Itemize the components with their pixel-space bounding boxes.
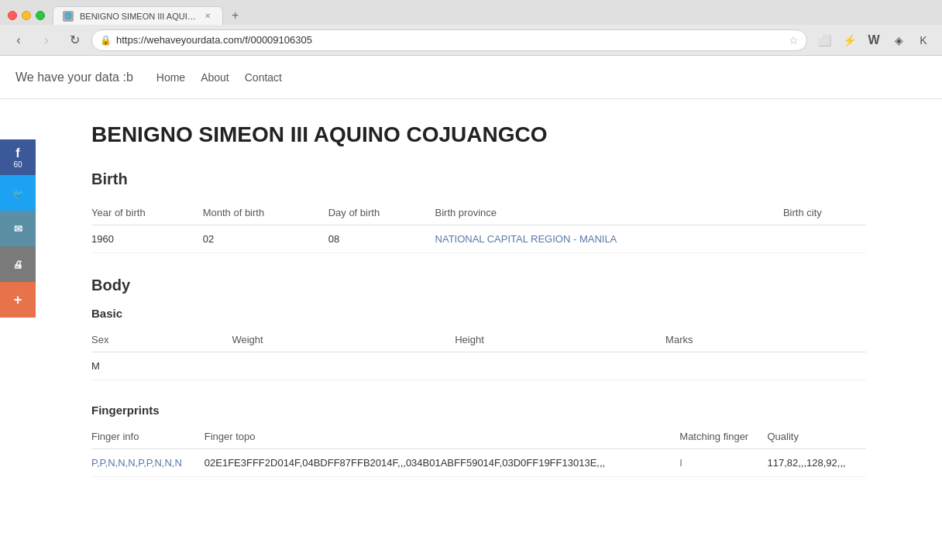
birth-col-month: Month of birth (203, 201, 328, 225)
tab-title: BENIGNO SIMEON III AQUI… (80, 12, 196, 21)
reload-button[interactable]: ↻ (64, 29, 85, 51)
new-tab-button[interactable]: + (226, 6, 245, 25)
forward-button[interactable]: › (36, 29, 57, 51)
body-basic-table: Sex Weight Height Marks M (91, 328, 866, 380)
main-content: BENIGNO SIMEON III AQUINO COJUANGCO Birt… (29, 99, 913, 531)
fingerprints-header: Finger info Finger topo Matching finger … (91, 424, 866, 449)
birth-province[interactable]: NATIONAL CAPITAL REGION - MANILA (435, 225, 783, 253)
birth-table-header: Year of birth Month of birth Day of birt… (91, 201, 866, 225)
col-height: Height (455, 328, 665, 352)
body-height (455, 352, 665, 380)
birth-table: Year of birth Month of birth Day of birt… (91, 201, 866, 253)
lock-icon: 🔒 (100, 35, 112, 46)
birth-year: 1960 (91, 225, 203, 253)
body-section: Body Basic Sex Weight Height Marks (91, 277, 866, 477)
birth-section: Birth Year of birth Month of birth Day o… (91, 170, 866, 253)
col-weight: Weight (232, 328, 455, 352)
site-nav: We have your data :b Home About Contact (0, 56, 942, 99)
col-finger-info: Finger info (91, 424, 205, 449)
birth-month: 02 (203, 225, 328, 253)
address-bar[interactable]: 🔒 https://wehaveyourdata.com/f/000091063… (91, 29, 807, 51)
email-icon: ✉ (14, 223, 22, 235)
browser-toolbar: ‹ › ↻ 🔒 https://wehaveyourdata.com/f/000… (0, 25, 942, 56)
birth-col-province: Birth province (435, 201, 783, 225)
birth-section-title: Birth (91, 170, 866, 188)
table-row: P,P,N,N,N,P,P,N,N,N 02E1FE3FFF2D014F,04B… (91, 449, 866, 477)
add-icon: + (14, 292, 22, 308)
pocket-icon[interactable]: ◈ (888, 29, 909, 51)
email-share-button[interactable]: ✉ (0, 211, 36, 246)
bookmark-icon[interactable]: ☆ (789, 34, 799, 46)
facebook-share-button[interactable]: f 60 (0, 139, 36, 175)
browser-titlebar: 🌐 BENIGNO SIMEON III AQUI… ✕ + (0, 0, 942, 25)
add-share-button[interactable]: + (0, 282, 36, 318)
nav-home[interactable]: Home (156, 68, 185, 87)
nav-about[interactable]: About (201, 68, 229, 87)
active-tab[interactable]: 🌐 BENIGNO SIMEON III AQUI… ✕ (53, 6, 223, 25)
twitter-icon: 🐦 (12, 187, 24, 199)
page-wrapper: f 60 🐦 ✉ 🖨 + We have your data :b Home A… (0, 56, 942, 560)
col-matching-finger: Matching finger (679, 424, 767, 449)
birth-col-city: Birth city (783, 201, 866, 225)
body-basic-header: Sex Weight Height Marks (91, 328, 866, 352)
nav-contact[interactable]: Contact (245, 68, 282, 87)
back-button[interactable]: ‹ (8, 29, 29, 51)
body-section-title: Body (91, 277, 866, 294)
fingerprints-subsection: Fingerprints Finger info Finger topo Mat… (91, 404, 866, 477)
birth-col-day: Day of birth (328, 201, 435, 225)
col-sex: Sex (91, 328, 232, 352)
social-sidebar: f 60 🐦 ✉ 🖨 + (0, 139, 36, 318)
traffic-lights (8, 11, 45, 20)
body-sex: M (91, 352, 232, 380)
maximize-button[interactable] (36, 11, 45, 20)
print-icon: 🖨 (13, 259, 23, 270)
toolbar-actions: ⬜ ⚡ W ◈ K (813, 29, 934, 51)
tab-close-button[interactable]: ✕ (202, 11, 213, 22)
fingerprints-title: Fingerprints (91, 404, 866, 417)
person-name: BENIGNO SIMEON III AQUINO COJUANGCO (91, 122, 866, 147)
print-button[interactable]: 🖨 (0, 246, 36, 282)
col-finger-topo: Finger topo (205, 424, 680, 449)
close-button[interactable] (8, 11, 17, 20)
wikipedia-icon[interactable]: W (863, 29, 885, 51)
facebook-count: 60 (13, 160, 22, 169)
karma-icon[interactable]: K (913, 29, 934, 51)
facebook-icon: f (15, 146, 19, 160)
site-brand: We have your data :b (15, 70, 133, 84)
body-weight (232, 352, 455, 380)
body-basic-subsection: Basic Sex Weight Height Marks M (91, 307, 866, 380)
birth-col-year: Year of birth (91, 201, 203, 225)
url-display: https://wehaveyourdata.com/f/00009106305 (116, 34, 784, 46)
screen-icon[interactable]: ⬜ (813, 29, 835, 51)
body-basic-title: Basic (91, 307, 866, 320)
col-quality: Quality (767, 424, 866, 449)
tab-favicon: 🌐 (63, 11, 74, 22)
quality: 117,82,,,128,92,,, (767, 449, 866, 477)
fingerprints-table: Finger info Finger topo Matching finger … (91, 424, 866, 477)
extensions-icon[interactable]: ⚡ (838, 29, 860, 51)
birth-day: 08 (328, 225, 435, 253)
table-row: 1960 02 08 NATIONAL CAPITAL REGION - MAN… (91, 225, 866, 253)
table-row: M (91, 352, 866, 380)
body-marks (665, 352, 866, 380)
twitter-share-button[interactable]: 🐦 (0, 175, 36, 211)
birth-city (783, 225, 866, 253)
tab-bar: 🌐 BENIGNO SIMEON III AQUI… ✕ + (53, 6, 934, 25)
col-marks: Marks (665, 328, 866, 352)
browser-chrome: 🌐 BENIGNO SIMEON III AQUI… ✕ + ‹ › ↻ 🔒 h… (0, 0, 942, 56)
finger-topo: 02E1FE3FFF2D014F,04BDFF87FFB2014F,,,034B… (205, 449, 680, 477)
minimize-button[interactable] (22, 11, 31, 20)
matching-finger[interactable]: I (679, 449, 767, 477)
finger-info[interactable]: P,P,N,N,N,P,P,N,N,N (91, 449, 205, 477)
